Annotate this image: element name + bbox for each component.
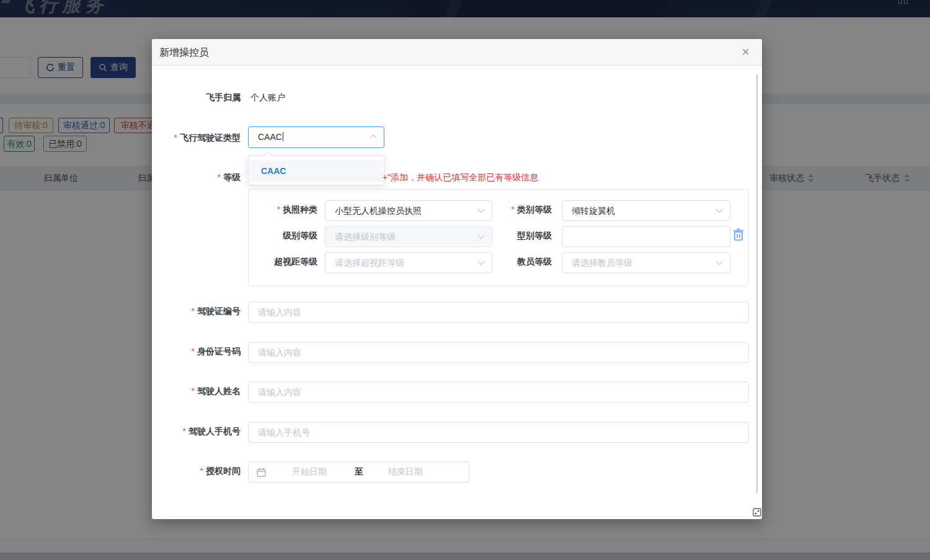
model-grade-input[interactable] [562,226,730,247]
license-no-input[interactable] [248,302,749,323]
license-kind-label: 执照种类 [249,204,317,216]
category-grade-label: 类别等级 [484,204,552,216]
end-date-input[interactable]: 结束日期 [388,466,423,478]
id-no-input[interactable] [248,342,749,363]
dialog-header: 新增操控员 × [152,39,762,66]
license-kind-select[interactable]: 小型无人机操控员执照 [325,200,492,221]
license-type-select[interactable]: CAAC [248,126,384,148]
calendar-icon [257,468,266,477]
auth-time-range-picker[interactable]: 开始日期 至 结束日期 [248,462,469,483]
grade-group-box: 执照种类 小型无人机操控员执照 类别等级 倾转旋翼机 级别等级 请选择级别等级 … [248,189,749,286]
dialog-title: 新增操控员 [159,46,209,59]
license-type-dropdown: CAAC [248,155,384,185]
category-grade-select[interactable]: 倾转旋翼机 [562,200,730,221]
level-grade-select[interactable]: 请选择级别等级 [325,226,492,247]
level-grade-label: 级别等级 [249,230,317,242]
pilot-phone-input[interactable] [248,422,749,443]
modal-scrollbar[interactable] [756,74,758,493]
bvlos-grade-select[interactable]: 请选择超视距等级 [325,252,492,273]
license-type-label: 飞行驾驶证类型 [152,133,241,144]
grade-warning-text: +"添加，并确认已填写全部已有等级信息 [383,172,538,183]
pilot-name-label: 驾驶人姓名 [152,386,241,397]
instructor-grade-select[interactable]: 请选择教员等级 [562,252,730,273]
pilot-name-input[interactable] [248,382,749,403]
license-type-value: CAAC [258,132,282,142]
close-icon[interactable]: × [742,44,750,60]
instructor-grade-label: 教员等级 [484,256,552,268]
pilot-phone-label: 驾驶人手机号 [152,426,241,437]
owner-value: 个人账户 [250,92,285,103]
start-date-input[interactable]: 开始日期 [292,466,327,478]
model-grade-label: 型别等级 [484,230,552,242]
date-range-separator: 至 [355,466,363,478]
dropdown-option-caac[interactable]: CAAC [249,160,383,182]
auth-time-label: 授权时间 [152,466,241,477]
add-operator-dialog: 新增操控员 × 飞手归属 个人账户 飞行驾驶证类型 CAAC CAAC 等级 +… [152,39,762,519]
grade-label: 等级 [152,172,241,183]
owner-label: 飞手归属 [152,92,241,103]
id-no-label: 身份证号码 [152,346,241,357]
text-cursor [283,132,283,141]
trash-icon[interactable] [732,228,745,242]
bvlos-grade-label: 超视距等级 [249,256,317,268]
license-no-label: 驾驶证编号 [152,306,241,317]
expand-icon[interactable] [753,508,761,517]
